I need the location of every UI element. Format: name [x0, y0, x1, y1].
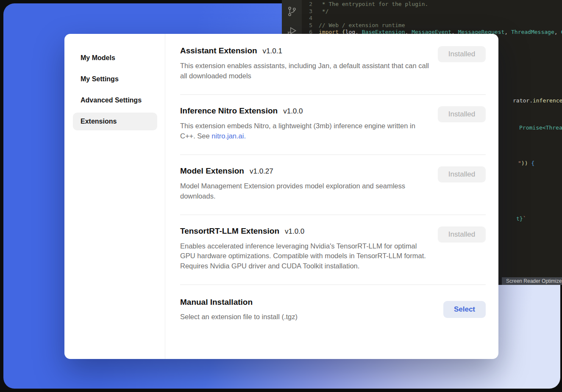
manual-installation-section: Manual Installation Select an extension …	[180, 285, 486, 331]
code-fragment-inference: rator.inference(data));	[513, 97, 562, 104]
settings-modal: My Models My Settings Advanced Settings …	[64, 34, 498, 359]
extension-name: Model Extension	[180, 166, 244, 176]
extensions-list: Assistant Extension v1.0.1 This extensio…	[165, 34, 498, 359]
code-fragment-brace: ")) {	[518, 160, 534, 166]
source-control-icon[interactable]	[287, 6, 298, 17]
code-fragment-promise: Promise<ThreadMessage>	[519, 124, 562, 131]
extension-description: This extension enables assistants, inclu…	[180, 61, 430, 81]
extension-description: This extension embeds Nitro, a lightweig…	[180, 121, 430, 141]
extension-name: Inference Nitro Extension	[180, 106, 278, 116]
sidebar-item-my-models[interactable]: My Models	[73, 49, 157, 67]
extension-name: Assistant Extension	[180, 46, 257, 55]
installed-badge[interactable]: Installed	[438, 106, 486, 122]
extension-entry-nitro: Inference Nitro Extension v1.0.0 This ex…	[180, 95, 486, 155]
line-number: 2	[302, 1, 319, 8]
installed-badge[interactable]: Installed	[438, 46, 486, 62]
sidebar-item-my-settings[interactable]: My Settings	[73, 70, 157, 88]
extension-name: TensortRT-LLM Extension	[180, 226, 279, 236]
extension-version: v1.0.0	[283, 107, 303, 116]
extension-entry-tensorrt: TensortRT-LLM Extension v1.0.0 Enables a…	[180, 215, 486, 285]
manual-installation-title: Manual Installation	[180, 298, 298, 307]
extension-entry-model: Model Extension v1.0.27 Model Management…	[180, 155, 486, 215]
installed-badge[interactable]: Installed	[438, 226, 486, 243]
screen-reader-optimized-status[interactable]: Screen Reader Optimize	[502, 277, 562, 285]
extension-entry-assistant: Assistant Extension v1.0.1 This extensio…	[180, 35, 486, 95]
installed-badge[interactable]: Installed	[438, 166, 486, 182]
extension-description: Model Management Extension provides mode…	[180, 181, 430, 202]
settings-sidebar: My Models My Settings Advanced Settings …	[64, 34, 165, 359]
code-lines: 2 * The entrypoint for the plugin.3 */45…	[302, 0, 562, 36]
extension-version: v1.0.27	[250, 167, 273, 176]
code-line: 5// Web / extension runtime	[302, 22, 562, 29]
select-file-button[interactable]: Select	[443, 301, 486, 318]
extension-version: v1.0.0	[285, 227, 304, 236]
extension-version: v1.0.1	[263, 47, 282, 55]
code-fragment-template: t}`	[516, 215, 526, 222]
line-number: 4	[302, 15, 319, 22]
code-line: 4	[302, 15, 562, 22]
line-number: 5	[302, 22, 319, 29]
sidebar-item-advanced-settings[interactable]: Advanced Settings	[73, 91, 157, 109]
extension-description: Enables accelerated inference leveraging…	[180, 241, 430, 272]
sidebar-item-extensions[interactable]: Extensions	[73, 113, 157, 130]
manual-installation-description: Select an extension file to install (.tg…	[180, 313, 298, 321]
line-number: 3	[302, 8, 319, 15]
code-line: 3 */	[302, 8, 562, 15]
code-line: 2 * The entrypoint for the plugin.	[302, 1, 562, 8]
nitro-jan-ai-link[interactable]: nitro.jan.ai.	[211, 132, 246, 140]
